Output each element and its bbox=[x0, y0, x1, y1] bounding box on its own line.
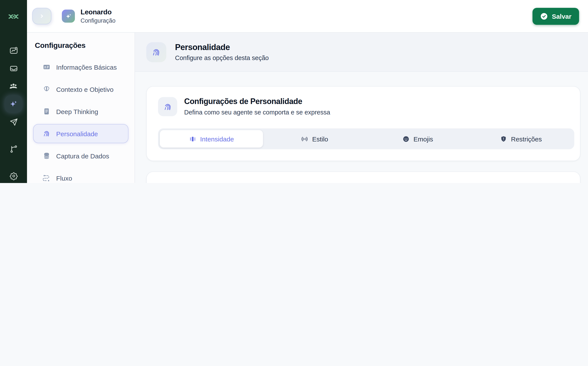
tab-label: Emojis bbox=[413, 135, 433, 143]
database-icon bbox=[42, 152, 51, 160]
agent-name: Leonardo bbox=[81, 8, 116, 16]
settings-sidebar: Configurações Informações Básicas Contex… bbox=[27, 33, 135, 183]
send-icon[interactable] bbox=[5, 113, 22, 130]
page-title: Personalidade bbox=[175, 43, 269, 52]
sidebar-item-informacoes-basicas[interactable]: Informações Básicas bbox=[33, 57, 128, 76]
sidebar-item-label: Fluxo bbox=[56, 174, 72, 182]
inbox-icon[interactable] bbox=[5, 60, 22, 77]
brain-icon bbox=[42, 85, 51, 94]
settings-icon[interactable] bbox=[5, 167, 22, 183]
card-subtitle: Defina como seu agente se comporta e se … bbox=[184, 109, 330, 116]
settings-heading: Configurações bbox=[35, 41, 128, 50]
personality-card-header: Configurações de Personalidade Defina co… bbox=[158, 97, 574, 116]
sparkle-icon bbox=[65, 12, 72, 20]
sidebar-item-label: Deep Thinking bbox=[56, 108, 98, 115]
page-subtitle: Configure as opções desta seção bbox=[175, 54, 269, 61]
section-banner: Personalidade Configure as opções desta … bbox=[135, 33, 588, 72]
icon-rail bbox=[0, 0, 27, 183]
agent-subtitle: Configuração bbox=[81, 17, 116, 24]
tab-label: Estilo bbox=[312, 135, 328, 143]
top-bar: Leonardo Configuração Salvar bbox=[27, 0, 588, 33]
settings-nav-list: Configurações Informações Básicas Contex… bbox=[27, 33, 135, 183]
sparkle-icon[interactable] bbox=[5, 95, 22, 113]
tab-restricoes[interactable]: Restrições bbox=[469, 130, 572, 147]
save-button-label: Salvar bbox=[552, 12, 572, 20]
agent-meta: Leonardo Configuração bbox=[81, 8, 116, 24]
analytics-icon[interactable] bbox=[5, 42, 22, 59]
tab-emojis[interactable]: Emojis bbox=[366, 130, 469, 147]
sidebar-item-deep-thinking[interactable]: Deep Thinking bbox=[33, 102, 128, 121]
personality-card-text: Configurações de Personalidade Defina co… bbox=[184, 97, 330, 116]
sidebar-item-label: Contexto e Objetivo bbox=[56, 85, 114, 93]
personality-tabbar: Intensidade Estilo Emojis bbox=[158, 128, 574, 149]
route-icon bbox=[42, 174, 51, 182]
sidebar-item-personalidade[interactable]: Personalidade bbox=[33, 124, 128, 143]
gauge-icon bbox=[189, 135, 196, 143]
smiley-icon bbox=[402, 135, 410, 143]
tab-intensidade[interactable]: Intensidade bbox=[160, 130, 263, 147]
dna-logo-icon[interactable] bbox=[8, 0, 19, 33]
broadcast-icon bbox=[301, 135, 308, 143]
shield-alert-icon bbox=[500, 135, 507, 143]
team-icon[interactable] bbox=[5, 77, 22, 95]
sidebar-item-captura-de-dados[interactable]: Captura de Dados bbox=[33, 146, 128, 165]
banner-text: Personalidade Configure as opções desta … bbox=[175, 43, 269, 61]
sidebar-item-label: Informações Básicas bbox=[56, 63, 117, 71]
document-icon bbox=[42, 107, 51, 116]
save-button[interactable]: Salvar bbox=[533, 8, 579, 25]
fingerprint-icon bbox=[42, 129, 51, 138]
fingerprint-icon bbox=[146, 42, 166, 62]
fingerprint-icon bbox=[158, 97, 177, 116]
tab-label: Intensidade bbox=[200, 135, 234, 143]
collapse-sidebar-button[interactable] bbox=[32, 8, 51, 24]
check-circle-icon bbox=[540, 12, 548, 20]
agent-avatar bbox=[62, 10, 75, 23]
chevron-right-icon bbox=[38, 12, 46, 20]
language-intensity-card: Intensidade de Linguagem Configure o nív… bbox=[146, 171, 580, 183]
id-card-icon bbox=[42, 63, 51, 71]
branch-icon[interactable] bbox=[5, 140, 22, 158]
sidebar-item-label: Personalidade bbox=[56, 130, 98, 137]
tab-estilo[interactable]: Estilo bbox=[263, 130, 366, 147]
tab-label: Restrições bbox=[511, 135, 542, 143]
app-window: Leonardo Configuração Salvar Configuraçõ… bbox=[0, 0, 588, 183]
sidebar-item-label: Captura de Dados bbox=[56, 152, 109, 160]
personality-settings-card: Configurações de Personalidade Defina co… bbox=[146, 86, 580, 161]
card-title: Configurações de Personalidade bbox=[184, 97, 330, 106]
main-content: Personalidade Configure as opções desta … bbox=[135, 33, 588, 183]
sidebar-item-contexto-e-objetivo[interactable]: Contexto e Objetivo bbox=[33, 80, 128, 99]
sidebar-item-fluxo[interactable]: Fluxo bbox=[33, 168, 128, 183]
